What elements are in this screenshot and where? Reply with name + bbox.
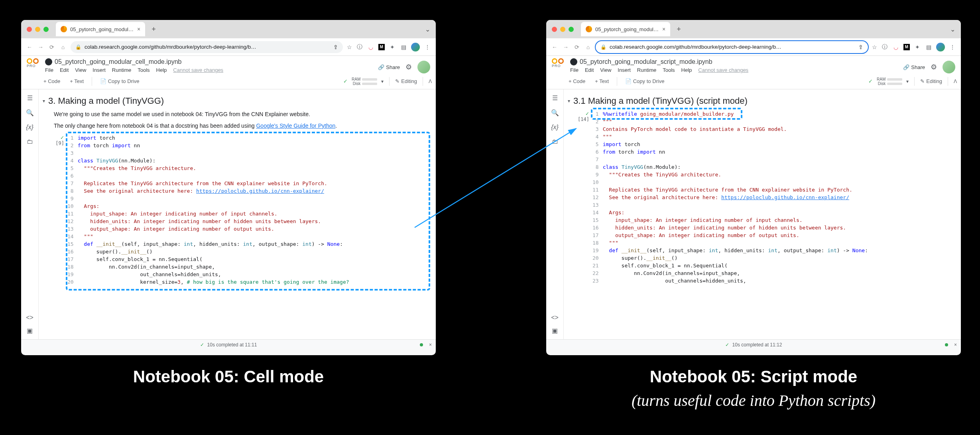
menu-insert[interactable]: Insert [618,67,631,73]
files-icon[interactable]: 🗀 [552,138,558,145]
copy-to-drive-button[interactable]: 📄 Copy to Drive [97,77,142,86]
forward-button[interactable]: → [37,44,44,50]
files-icon[interactable]: 🗀 [27,138,33,145]
star-icon[interactable]: ☆ [347,44,352,50]
forward-button[interactable]: → [562,44,569,50]
kebab-menu-icon[interactable]: ⋮ [949,44,956,51]
home-button[interactable]: ⌂ [584,44,592,50]
puzzle-icon[interactable]: ✦ [389,44,396,51]
url-field[interactable]: 🔒 colab.research.google.com/github/mrdbo… [596,41,868,53]
resource-meter[interactable]: RAM Disk [877,77,902,86]
menu-runtime[interactable]: Runtime [637,67,656,73]
pocket-icon[interactable]: ◡ [892,44,899,51]
add-text-button[interactable]: + Text [67,77,87,86]
back-button[interactable]: ← [551,44,558,50]
style-guide-link[interactable]: Google's Style Guide for Python [256,123,335,129]
menu-insert[interactable]: Insert [92,67,106,73]
settings-gear-icon[interactable]: ⚙ [405,63,412,71]
kebab-menu-icon[interactable]: ⋮ [424,44,431,51]
close-window-icon[interactable] [27,27,32,32]
menu-runtime[interactable]: Runtime [112,67,131,73]
info-icon[interactable]: ⓘ [356,44,363,51]
notebook-title[interactable]: 05_pytorch_going_modular_script_mode.ipy… [570,58,899,65]
new-tab-button[interactable]: + [677,25,681,34]
code-cell[interactable]: ✓ [9] 1234567891011121314151617181920 im… [43,134,432,286]
pocket-icon[interactable]: ◡ [367,44,374,51]
bookmark-list-icon[interactable]: ▤ [400,44,407,51]
menu-tools[interactable]: Tools [138,67,150,73]
menu-help[interactable]: Help [681,67,692,73]
menu-file[interactable]: File [570,67,579,73]
add-text-button[interactable]: + Text [592,77,612,86]
code-snippets-icon[interactable]: <> [26,314,33,321]
menu-edit[interactable]: Edit [585,67,594,73]
code-cell[interactable]: ✓ [14] 123456789101112131415161718192021… [568,110,957,285]
collapse-toolbar-icon[interactable]: ᐱ [429,79,432,84]
menu-tools[interactable]: Tools [663,67,675,73]
connect-dropdown-icon[interactable]: ▾ [381,79,384,84]
menu-help[interactable]: Help [156,67,167,73]
collapse-section-icon[interactable]: ▾ [568,98,570,104]
code-editor[interactable]: 1234567891011121314151617181920 import t… [67,134,432,286]
browser-tab[interactable]: 05_pytorch_going_modular_c… × [56,22,145,36]
settings-gear-icon[interactable]: ⚙ [931,63,937,71]
code-editor[interactable]: 1234567891011121314151617181920212223 %%… [592,110,957,285]
add-code-button[interactable]: + Code [40,77,63,86]
share-url-icon[interactable]: ⇪ [858,44,863,50]
close-status-icon[interactable]: × [954,342,957,348]
search-icon[interactable]: 🔍 [551,109,559,117]
home-button[interactable]: ⌂ [59,44,67,50]
collapse-section-icon[interactable]: ▾ [43,98,45,104]
menu-view[interactable]: View [75,67,86,73]
search-icon[interactable]: 🔍 [26,109,34,117]
reload-button[interactable]: ⟳ [573,44,581,50]
puzzle-icon[interactable]: ✦ [914,44,921,51]
ext-m-icon[interactable]: M [378,44,385,50]
ext-m-icon[interactable]: M [903,44,910,50]
close-tab-icon[interactable]: × [137,26,140,32]
user-avatar-icon[interactable] [943,61,955,73]
connect-dropdown-icon[interactable]: ▾ [906,79,909,84]
editing-mode-button[interactable]: ✎ Editing [920,78,942,84]
notebook-title[interactable]: 05_pytorch_going_modular_cell_mode.ipynb [45,58,374,65]
close-status-icon[interactable]: × [429,342,432,348]
toc-icon[interactable]: ☰ [27,94,33,102]
close-window-icon[interactable] [552,27,557,32]
browser-tab[interactable]: 05_pytorch_going_modular_s… × [581,22,670,36]
minimize-window-icon[interactable] [560,27,565,32]
menu-file[interactable]: File [45,67,53,73]
maximize-window-icon[interactable] [569,27,574,32]
close-tab-icon[interactable]: × [662,26,665,32]
add-code-button[interactable]: + Code [565,77,588,86]
variables-icon[interactable]: {x} [26,124,33,131]
profile-avatar-icon[interactable] [936,43,945,51]
resource-meter[interactable]: RAM Disk [352,77,377,86]
back-button[interactable]: ← [26,44,33,50]
share-button[interactable]: 🔗Share [903,64,925,70]
terminal-icon[interactable]: ▣ [552,327,558,334]
terminal-icon[interactable]: ▣ [27,327,33,334]
share-url-icon[interactable]: ⇪ [333,44,338,50]
menu-view[interactable]: View [600,67,611,73]
toc-icon[interactable]: ☰ [552,94,558,102]
code-snippets-icon[interactable]: <> [551,314,559,321]
tab-overflow-icon[interactable]: ⌄ [950,26,955,33]
colab-logo[interactable]: PRO [552,58,566,68]
new-tab-button[interactable]: + [152,25,156,34]
variables-icon[interactable]: {x} [551,124,559,131]
info-icon[interactable]: ⓘ [881,44,888,51]
user-avatar-icon[interactable] [417,61,430,73]
colab-logo[interactable]: PRO [27,58,41,68]
minimize-window-icon[interactable] [35,27,40,32]
share-button[interactable]: 🔗Share [378,64,400,70]
editing-mode-button[interactable]: ✎ Editing [395,78,417,84]
maximize-window-icon[interactable] [43,27,49,32]
star-icon[interactable]: ☆ [872,44,877,50]
collapse-toolbar-icon[interactable]: ᐱ [954,79,957,84]
profile-avatar-icon[interactable] [411,43,420,51]
tab-overflow-icon[interactable]: ⌄ [425,26,430,33]
url-field[interactable]: 🔒 colab.research.google.com/github/mrdbo… [71,41,343,53]
bookmark-list-icon[interactable]: ▤ [925,44,932,51]
menu-edit[interactable]: Edit [60,67,69,73]
copy-to-drive-button[interactable]: 📄 Copy to Drive [622,77,667,86]
